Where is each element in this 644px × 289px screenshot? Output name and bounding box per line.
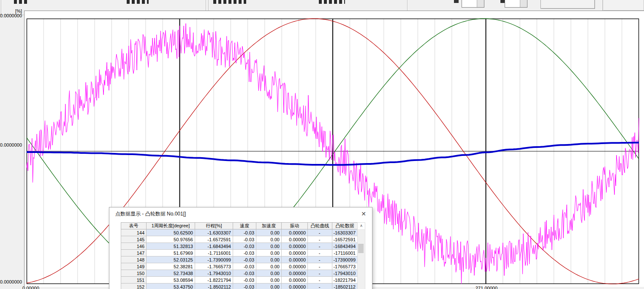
close-icon[interactable]: ✕: [359, 209, 369, 218]
table-cell[interactable]: -0.03: [233, 284, 256, 289]
table-cell[interactable]: 0.00: [256, 256, 282, 263]
table-header-cell[interactable]: 加速度: [256, 223, 282, 229]
table-cell[interactable]: -1.7665773: [195, 263, 233, 270]
table-header-cell[interactable]: 凸轮曲线: [308, 223, 332, 229]
scroll-up-icon[interactable]: ∧: [358, 223, 365, 230]
table-row[interactable]: 14450.62500-1.6303307-0.030.000.00000--1…: [121, 229, 358, 236]
table-cell[interactable]: 0.00: [256, 270, 282, 277]
table-cell[interactable]: 0.00: [256, 236, 282, 243]
table-cell[interactable]: 52.73438: [147, 270, 195, 277]
table-cell[interactable]: 147: [121, 250, 147, 256]
table-cell[interactable]: 0.00: [256, 250, 282, 256]
table-cell[interactable]: 145: [121, 236, 147, 243]
table-cell[interactable]: -1.6572591: [195, 236, 233, 243]
table-row[interactable]: 14550.97656-1.6572591-0.030.000.00000--1…: [121, 236, 358, 243]
table-cell[interactable]: 0.00000: [282, 229, 308, 236]
table-cell[interactable]: -0.03: [233, 277, 256, 284]
table-cell[interactable]: -17943010: [332, 270, 358, 277]
table-cell[interactable]: -1.7116001: [195, 250, 233, 256]
table-row[interactable]: 15253.43750-1.8502112-0.030.000.00000--1…: [121, 284, 358, 289]
table-cell[interactable]: 0.00000: [282, 243, 308, 250]
table-cell[interactable]: -: [308, 284, 332, 289]
clipped-checkbox-label[interactable]: [213, 0, 246, 4]
clipped-checkbox-label[interactable]: [319, 0, 345, 4]
table-cell[interactable]: 0.00: [256, 243, 282, 250]
table-header-cell[interactable]: 行程[%]: [195, 223, 233, 229]
table-cell[interactable]: 152: [121, 284, 147, 289]
table-row[interactable]: 14651.32813-1.6843494-0.030.000.00000--1…: [121, 243, 358, 250]
table-cell[interactable]: 0.00000: [282, 236, 308, 243]
table-cell[interactable]: -0.03: [233, 256, 256, 263]
scrollbar-thumb[interactable]: [358, 244, 364, 253]
spinner-input[interactable]: [462, 0, 484, 8]
table-cell[interactable]: 0.00: [256, 284, 282, 289]
table-header-cell[interactable]: 表号: [121, 223, 147, 229]
table-cell[interactable]: 0.00000: [282, 256, 308, 263]
table-cell[interactable]: -0.03: [233, 243, 256, 250]
table-cell[interactable]: -17390099: [332, 256, 358, 263]
table-cell[interactable]: 148: [121, 256, 147, 263]
table-cell[interactable]: 0.00: [256, 263, 282, 270]
table-cell[interactable]: -0.03: [233, 263, 256, 270]
table-row[interactable]: 14751.67969-1.7116001-0.030.000.00000--1…: [121, 250, 358, 256]
table-header-cell[interactable]: 速度: [233, 223, 256, 229]
table-row[interactable]: 14852.03125-1.7390099-0.030.000.00000--1…: [121, 256, 358, 263]
table-cell[interactable]: -0.03: [233, 250, 256, 256]
table-cell[interactable]: -1.7943010: [195, 270, 233, 277]
clipped-checkbox-label[interactable]: [127, 0, 149, 4]
spinner-button[interactable]: [477, 0, 484, 7]
table-cell[interactable]: 51.32813: [147, 243, 195, 250]
table-cell[interactable]: -: [308, 236, 332, 243]
table-cell[interactable]: 53.08594: [147, 277, 195, 284]
table-cell[interactable]: 149: [121, 263, 147, 270]
table-cell[interactable]: -17116001: [332, 250, 358, 256]
table-cell[interactable]: -0.03: [233, 229, 256, 236]
table-cell[interactable]: -: [308, 256, 332, 263]
table-cell[interactable]: -1.6843494: [195, 243, 233, 250]
table-row[interactable]: 15153.08594-1.8221794-0.030.000.00000--1…: [121, 277, 358, 284]
table-cell[interactable]: 53.43750: [147, 284, 195, 289]
spinner-input[interactable]: [505, 0, 527, 8]
table-header-cell[interactable]: 1周期长度[degree]: [147, 223, 195, 229]
table-cell[interactable]: -1.7390099: [195, 256, 233, 263]
table-cell[interactable]: -0.03: [233, 270, 256, 277]
table-cell[interactable]: -1.8221794: [195, 277, 233, 284]
table-cell[interactable]: -0.03: [233, 236, 256, 243]
table-cell[interactable]: 52.03125: [147, 256, 195, 263]
clipped-checkbox-label[interactable]: [14, 0, 27, 4]
spinner-button[interactable]: [520, 0, 527, 7]
table-cell[interactable]: 151: [121, 277, 147, 284]
table-cell[interactable]: 144: [121, 229, 147, 236]
table-cell[interactable]: -16572591: [332, 236, 358, 243]
table-cell[interactable]: -17665773: [332, 263, 358, 270]
table-header-cell[interactable]: 振动: [282, 223, 308, 229]
table-cell[interactable]: -: [308, 270, 332, 277]
table-scrollbar[interactable]: ∧: [357, 222, 365, 289]
table-cell[interactable]: -: [308, 243, 332, 250]
table-cell[interactable]: -18502112: [332, 284, 358, 289]
table-cell[interactable]: -18221794: [332, 277, 358, 284]
table-cell[interactable]: 0.00000: [282, 263, 308, 270]
table-cell[interactable]: -: [308, 263, 332, 270]
table-cell[interactable]: -1.8502112: [195, 284, 233, 289]
table-cell[interactable]: -16303307: [332, 229, 358, 236]
table-cell[interactable]: -: [308, 277, 332, 284]
table-cell[interactable]: 0.00000: [282, 270, 308, 277]
table-cell[interactable]: 0.00000: [282, 277, 308, 284]
table-cell[interactable]: 150: [121, 270, 147, 277]
table-cell[interactable]: -: [308, 250, 332, 256]
table-cell[interactable]: 0.00: [256, 229, 282, 236]
table-cell[interactable]: -: [308, 229, 332, 236]
table-row[interactable]: 14952.38281-1.7665773-0.030.000.00000--1…: [121, 263, 358, 270]
table-cell[interactable]: -1.6303307: [195, 229, 233, 236]
table-cell[interactable]: 146: [121, 243, 147, 250]
table-row[interactable]: 15052.73438-1.7943010-0.030.000.00000--1…: [121, 270, 358, 277]
toolbar-button-right[interactable]: [603, 0, 644, 11]
table-cell[interactable]: 0.00000: [282, 250, 308, 256]
table-cell[interactable]: 0.00000: [282, 284, 308, 289]
table-cell[interactable]: 51.67969: [147, 250, 195, 256]
table-cell[interactable]: 52.38281: [147, 263, 195, 270]
table-header-cell[interactable]: 凸轮数据: [332, 223, 358, 229]
table-cell[interactable]: 50.62500: [147, 229, 195, 236]
toolbar-button-wide[interactable]: [541, 0, 595, 9]
